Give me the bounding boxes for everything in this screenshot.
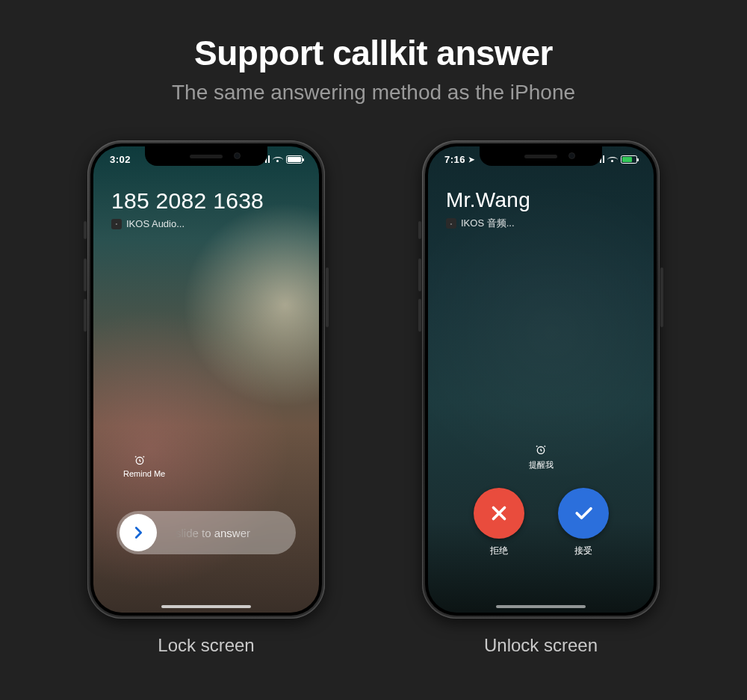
status-time: 7:16➤ [444, 154, 475, 165]
app-badge-icon: • [111, 219, 122, 229]
phone-mockup-lock: 3:02 185 2082 1638 • IKOS Audio... [87, 140, 325, 619]
alarm-icon [134, 454, 146, 466]
location-icon: ➤ [468, 155, 475, 164]
slide-to-answer-label: slide to answer [160, 527, 296, 539]
phone-caption-unlock: Unlock screen [484, 635, 598, 656]
remind-me-button[interactable]: Remind Me [123, 454, 183, 478]
silence-switch [418, 221, 421, 239]
volume-down-button [84, 299, 87, 332]
incoming-call-header: 185 2082 1638 • IKOS Audio... [111, 188, 301, 229]
slide-knob[interactable] [120, 514, 157, 551]
page-subtitle: The same answering method as the iPhone [0, 81, 747, 105]
remind-me-label: 提醒我 [428, 459, 654, 471]
volume-up-button [418, 258, 421, 291]
speaker-grille [190, 155, 223, 158]
page-title: Support callkit answer [0, 0, 747, 73]
battery-icon [621, 155, 637, 164]
notch [145, 146, 267, 166]
remind-me-button[interactable]: 提醒我 [428, 444, 654, 471]
alarm-icon [535, 444, 547, 456]
accept-button[interactable] [558, 488, 609, 539]
phone-caption-lock: Lock screen [158, 635, 254, 656]
decline-button[interactable] [474, 488, 524, 539]
phone-mockup-unlock: 7:16➤ Mr.Wang • IKOS 音频... [422, 140, 660, 619]
status-time: 3:02 [110, 154, 131, 165]
accept-label: 接受 [574, 545, 592, 557]
wifi-icon [607, 155, 618, 163]
wifi-icon [273, 155, 283, 163]
home-indicator[interactable] [161, 605, 251, 608]
volume-up-button [84, 258, 87, 291]
volume-down-button [418, 299, 421, 332]
caller-app-label: IKOS 音频... [461, 217, 515, 230]
front-camera [234, 152, 241, 159]
battery-icon [286, 155, 303, 164]
front-camera [568, 152, 575, 159]
silence-switch [84, 221, 87, 239]
slide-to-answer[interactable]: slide to answer [117, 511, 296, 554]
check-icon [572, 502, 595, 524]
notch [480, 146, 602, 166]
close-icon [488, 502, 510, 524]
caller-app-label: IKOS Audio... [126, 218, 185, 229]
power-button [660, 267, 663, 327]
power-button [326, 267, 329, 327]
speaker-grille [524, 155, 557, 158]
incoming-call-header: Mr.Wang • IKOS 音频... [446, 188, 636, 230]
caller-number: 185 2082 1638 [111, 188, 301, 214]
caller-name: Mr.Wang [446, 188, 636, 212]
decline-label: 拒绝 [490, 545, 508, 557]
home-indicator[interactable] [496, 605, 586, 608]
app-badge-icon: • [446, 218, 456, 229]
chevron-right-icon [130, 524, 146, 541]
remind-me-label: Remind Me [123, 469, 183, 478]
